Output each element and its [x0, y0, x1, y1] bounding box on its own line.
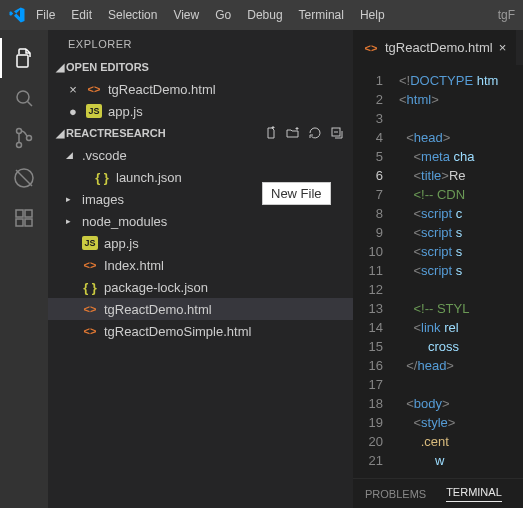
- html-file-icon: <>: [82, 257, 98, 273]
- file-label: Index.html: [104, 258, 164, 273]
- title-text: tgF: [498, 8, 515, 22]
- folder-title: REACTRESEARCH: [66, 127, 166, 139]
- menu-terminal[interactable]: Terminal: [299, 8, 344, 22]
- svg-rect-6: [16, 210, 23, 217]
- menu-help[interactable]: Help: [360, 8, 385, 22]
- sidebar: EXPLORER ◢ OPEN EDITORS ×<>tgReactDemo.h…: [48, 30, 353, 508]
- chevron-down-icon: ◢: [66, 150, 76, 160]
- folder-label: images: [82, 192, 124, 207]
- explorer-tab-icon[interactable]: [0, 38, 48, 78]
- file-item[interactable]: JSapp.js: [48, 232, 353, 254]
- json-file-icon: { }: [94, 169, 110, 185]
- panel-bar: PROBLEMSTERMINAL: [353, 478, 523, 508]
- collapse-all-icon[interactable]: [329, 125, 345, 141]
- html-file-icon: <>: [86, 81, 102, 97]
- editor-tab[interactable]: <> tgReactDemo.html ×: [353, 30, 517, 65]
- dirty-indicator: ●: [66, 104, 80, 119]
- sidebar-title: EXPLORER: [48, 30, 353, 56]
- file-label: package-lock.json: [104, 280, 208, 295]
- folder-item[interactable]: ◢.vscode: [48, 144, 353, 166]
- close-tab-icon[interactable]: ×: [499, 40, 507, 55]
- html-file-icon: <>: [82, 323, 98, 339]
- file-label: tgReactDemoSimple.html: [104, 324, 251, 339]
- file-label: tgReactDemo.html: [104, 302, 212, 317]
- panel-tab-terminal[interactable]: TERMINAL: [446, 486, 502, 502]
- open-editors-list: ×<>tgReactDemo.html●JSapp.js: [48, 78, 353, 122]
- svg-rect-0: [17, 55, 28, 67]
- file-label: app.js: [108, 104, 143, 119]
- new-file-icon[interactable]: [263, 125, 279, 141]
- json-file-icon: { }: [82, 279, 98, 295]
- chevron-down-icon: ◢: [54, 61, 66, 74]
- panel-tab-problems[interactable]: PROBLEMS: [365, 488, 426, 500]
- folder-label: .vscode: [82, 148, 127, 163]
- vscode-logo: [8, 6, 36, 24]
- menu-go[interactable]: Go: [215, 8, 231, 22]
- file-label: launch.json: [116, 170, 182, 185]
- scm-tab-icon[interactable]: [0, 118, 48, 158]
- editor-area: <> tgReactDemo.html × 123456789101112131…: [353, 30, 523, 508]
- line-numbers: 123456789101112131415161718192021: [353, 65, 393, 478]
- menu-bar: FileEditSelectionViewGoDebugTerminalHelp: [36, 8, 385, 22]
- refresh-icon[interactable]: [307, 125, 323, 141]
- html-file-icon: <>: [363, 40, 379, 56]
- dirty-indicator: ×: [66, 82, 80, 97]
- svg-rect-7: [16, 219, 23, 226]
- tab-label: tgReactDemo.html: [385, 40, 493, 55]
- chevron-right-icon: ▸: [66, 194, 76, 204]
- html-file-icon: <>: [82, 301, 98, 317]
- file-item[interactable]: <>Index.html: [48, 254, 353, 276]
- chevron-right-icon: ▸: [66, 216, 76, 226]
- activity-bar: [0, 30, 48, 508]
- open-editors-header[interactable]: ◢ OPEN EDITORS: [48, 56, 353, 78]
- js-file-icon: JS: [82, 236, 98, 250]
- folder-label: node_modules: [82, 214, 167, 229]
- svg-point-3: [17, 143, 22, 148]
- titlebar: FileEditSelectionViewGoDebugTerminalHelp…: [0, 0, 523, 30]
- file-label: app.js: [104, 236, 139, 251]
- folder-header[interactable]: ◢ REACTRESEARCH: [48, 122, 353, 144]
- folder-tree: ◢.vscode{ }launch.json▸images▸node_modul…: [48, 144, 353, 342]
- code-editor[interactable]: 123456789101112131415161718192021 <!DOCT…: [353, 65, 523, 478]
- open-editor-item[interactable]: ×<>tgReactDemo.html: [48, 78, 353, 100]
- chevron-down-icon: ◢: [54, 127, 66, 140]
- svg-point-4: [27, 136, 32, 141]
- svg-rect-8: [25, 219, 32, 226]
- editor-tabs: <> tgReactDemo.html ×: [353, 30, 523, 65]
- menu-edit[interactable]: Edit: [71, 8, 92, 22]
- extensions-tab-icon[interactable]: [0, 198, 48, 238]
- file-label: tgReactDemo.html: [108, 82, 216, 97]
- debug-tab-icon[interactable]: [0, 158, 48, 198]
- menu-debug[interactable]: Debug: [247, 8, 282, 22]
- svg-point-2: [17, 129, 22, 134]
- file-item[interactable]: <>tgReactDemo.html: [48, 298, 353, 320]
- code-content[interactable]: <!DOCTYPE htm<html> <head> <meta cha <ti…: [393, 65, 498, 478]
- open-editors-label: OPEN EDITORS: [66, 61, 149, 73]
- menu-view[interactable]: View: [173, 8, 199, 22]
- file-item[interactable]: { }package-lock.json: [48, 276, 353, 298]
- tooltip-new-file: New File: [262, 182, 331, 205]
- menu-file[interactable]: File: [36, 8, 55, 22]
- folder-item[interactable]: ▸node_modules: [48, 210, 353, 232]
- search-tab-icon[interactable]: [0, 78, 48, 118]
- svg-rect-9: [25, 210, 32, 217]
- file-item[interactable]: <>tgReactDemoSimple.html: [48, 320, 353, 342]
- folder-actions: [263, 125, 345, 141]
- svg-point-1: [17, 91, 29, 103]
- open-editor-item[interactable]: ●JSapp.js: [48, 100, 353, 122]
- menu-selection[interactable]: Selection: [108, 8, 157, 22]
- new-folder-icon[interactable]: [285, 125, 301, 141]
- js-file-icon: JS: [86, 104, 102, 118]
